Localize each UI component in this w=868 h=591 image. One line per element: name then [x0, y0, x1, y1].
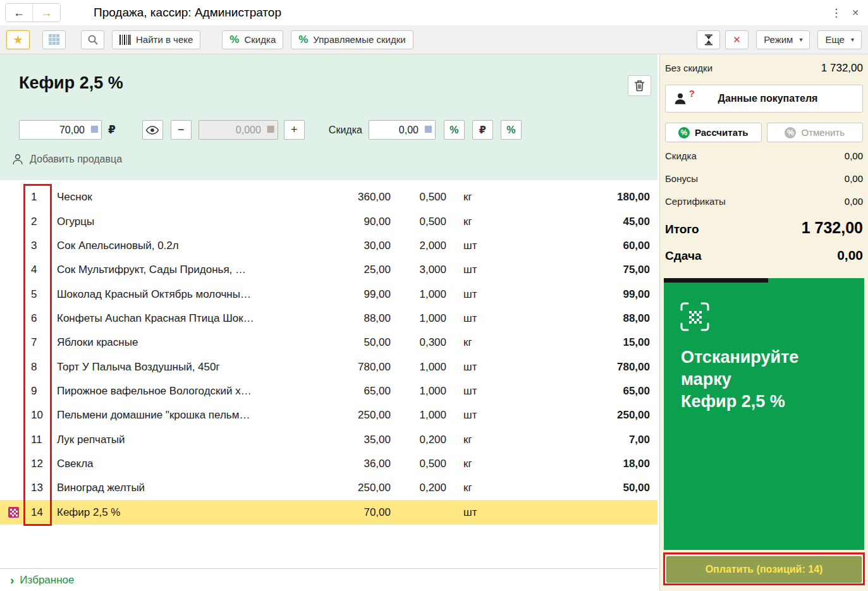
receipt-item-row[interactable]: 5 Шоколад Красный Октябрь молочны… 99,00… [0, 282, 657, 306]
search-icon [87, 34, 99, 46]
item-name: Кефир 2,5 % [51, 506, 321, 519]
item-price: 250,00 [321, 482, 391, 494]
history-nav: ← → [5, 3, 61, 22]
scan-mark-icon [679, 301, 711, 335]
receipt-item-row[interactable]: 2 Огурцы 90,00 0,500 кг 45,00 [0, 209, 657, 233]
item-number: 12 [25, 458, 51, 470]
receipt-item-row[interactable]: 14 Кефир 2,5 % 70,00 шт [0, 500, 657, 524]
item-total: 780,00 [496, 361, 657, 374]
decrease-quantity-button[interactable]: − [171, 120, 192, 140]
item-number: 14 [25, 506, 51, 519]
item-unit: кг [446, 434, 496, 446]
receipt-item-row[interactable]: 10 Пельмени домашние "крошка пельм… 250,… [0, 403, 657, 427]
postpone-receipt-button[interactable] [697, 30, 720, 49]
calculate-discounts-button[interactable]: % Рассчитать [665, 123, 762, 142]
title-bar: ← → Продажа, кассир: Администратор ⋮ ✕ [0, 0, 868, 25]
item-quantity: 1,000 [391, 385, 446, 398]
item-name: Сок Мультифрукт, Сады Придонья, … [51, 264, 321, 276]
receipt-item-row[interactable]: 1 Чеснок 360,00 0,500 кг 180,00 [0, 185, 657, 209]
receipt-item-row[interactable]: 8 Торт У Палыча Воздушный, 450г 780,00 1… [0, 355, 657, 379]
item-quantity: 3,000 [391, 264, 446, 276]
item-number: 7 [25, 336, 51, 349]
item-number: 1 [25, 191, 51, 204]
item-quantity: 1,000 [391, 288, 446, 301]
back-button[interactable]: ← [6, 4, 33, 21]
item-quantity: 0,200 [391, 482, 446, 494]
item-total: 180,00 [496, 191, 657, 204]
current-item-name: Кефир 2,5 % [19, 73, 123, 93]
find-in-receipt-button[interactable]: Найти в чеке [112, 30, 200, 49]
price-input[interactable] [19, 120, 102, 140]
item-quantity: 0,500 [391, 216, 446, 228]
managed-discounts-button[interactable]: % Управляемые скидки [291, 30, 413, 49]
receipt-item-row[interactable]: 13 Виноград желтый 250,00 0,200 кг 50,00 [0, 476, 657, 500]
item-name: Чеснок [51, 191, 321, 204]
receipt-item-row[interactable]: 11 Лук репчатый 35,00 0,200 кг 7,00 [0, 427, 657, 451]
favorites-star-button[interactable]: ★ [6, 30, 30, 49]
title-actions: ⋮ ✕ [831, 6, 868, 20]
mode-button-label: Режим [764, 34, 793, 45]
item-quantity: 0,500 [391, 191, 446, 204]
bonus-row: Бонусы 0,00 [665, 173, 863, 184]
cancel-discounts-button[interactable]: % Отменить [767, 123, 864, 142]
percent-button[interactable]: % [501, 120, 522, 140]
customer-data-button[interactable]: ? Данные покупателя [665, 85, 863, 113]
price-field: ▦ [19, 120, 102, 140]
item-name: Виноград желтый [51, 482, 321, 494]
receipt-item-row[interactable]: 4 Сок Мультифрукт, Сады Придонья, … 25,0… [0, 258, 657, 282]
item-name: Шоколад Красный Октябрь молочны… [51, 288, 321, 301]
percent-discount-button[interactable]: % [444, 120, 465, 140]
receipt-item-row[interactable]: 3 Сок Апельсиновый, 0.2л 30,00 2,000 шт … [0, 234, 657, 258]
scan-mark-panel: Отсканируйте марку Кефир 2,5 % [664, 278, 864, 550]
star-icon: ★ [13, 34, 23, 46]
more-button[interactable]: Еще ▾ [817, 30, 862, 49]
pay-button[interactable]: Оплатить (позиций: 14) [666, 556, 862, 583]
red-x-icon: ✕ [733, 35, 741, 44]
discount-field: ▦ [369, 120, 436, 140]
item-total: 250,00 [496, 409, 657, 422]
item-quantity: 2,000 [391, 240, 446, 252]
discount-button[interactable]: % Скидка [222, 30, 283, 49]
delete-item-button[interactable] [628, 75, 651, 96]
receipt-item-row[interactable]: 9 Пирожное вафельное Вологодский х… 65,0… [0, 379, 657, 403]
discount-button-label: Скидка [244, 34, 276, 45]
cancel-receipt-button[interactable]: ✕ [725, 30, 749, 49]
add-seller-button[interactable]: Добавить продавца [11, 153, 122, 166]
increase-quantity-button[interactable]: + [284, 120, 305, 140]
close-icon[interactable]: ✕ [852, 8, 859, 18]
scan-product-name: Кефир 2,5 % [681, 391, 833, 413]
menu-dots-icon[interactable]: ⋮ [831, 6, 841, 20]
calculator-icon[interactable]: ▦ [424, 124, 432, 133]
calculator-icon[interactable]: ▦ [90, 124, 99, 133]
item-total: 15,00 [496, 336, 657, 349]
mode-button[interactable]: Режим ▾ [756, 30, 810, 49]
item-total: 50,00 [496, 482, 657, 494]
ruble-discount-button[interactable]: ₽ [472, 120, 493, 140]
receipt-item-row[interactable]: 6 Конфеты Auchan Красная Птица Шок… 88,0… [0, 307, 657, 331]
item-name: Сок Апельсиновый, 0.2л [51, 240, 321, 252]
search-button[interactable] [81, 30, 104, 49]
item-quantity: 1,000 [391, 409, 446, 422]
plus-icon: + [291, 123, 298, 137]
favorites-bar[interactable]: › Избранное [0, 568, 657, 591]
receipt-item-row[interactable]: 7 Яблоки красные 50,00 0,300 кг 15,00 [0, 331, 657, 355]
timer-bar [664, 278, 768, 283]
item-name: Лук репчатый [51, 434, 321, 446]
item-quantity: 1,000 [391, 361, 446, 374]
percent-badge-icon: % [785, 127, 796, 138]
item-price: 90,00 [321, 216, 391, 228]
item-unit: шт [446, 312, 496, 325]
window-title: Продажа, кассир: Администратор [94, 6, 281, 20]
minus-icon: − [178, 123, 185, 137]
item-price: 99,00 [321, 288, 391, 301]
tiles-menu-button[interactable] [42, 30, 66, 49]
item-name: Пирожное вафельное Вологодский х… [51, 385, 321, 398]
forward-button[interactable]: → [33, 4, 60, 21]
receipt-item-row[interactable]: 12 Свекла 36,00 0,500 кг 18,00 [0, 452, 657, 476]
show-price-button[interactable] [142, 120, 163, 140]
item-total: 45,00 [496, 216, 657, 228]
currency-label: ₽ [108, 123, 116, 137]
item-total: 18,00 [496, 458, 657, 470]
receipt-items-table: 1 Чеснок 360,00 0,500 кг 180,00 2 Огурцы… [0, 185, 657, 525]
item-price: 50,00 [321, 336, 391, 349]
